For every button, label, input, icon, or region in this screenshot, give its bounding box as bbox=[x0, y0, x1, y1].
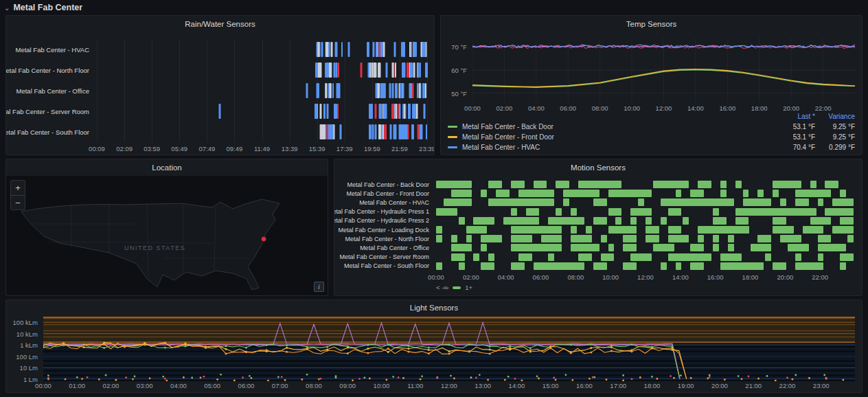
motion-row-track[interactable] bbox=[436, 253, 855, 262]
motion-block bbox=[780, 235, 801, 242]
rain-mark bbox=[411, 42, 412, 57]
motion-block bbox=[436, 181, 472, 188]
rain-row-track[interactable] bbox=[97, 60, 427, 80]
rain-mark bbox=[413, 104, 416, 119]
motion-plot-area[interactable] bbox=[436, 180, 855, 271]
light-x-tick-label: 15:00 bbox=[542, 382, 559, 389]
rain-mark bbox=[334, 42, 336, 57]
temp-legend-row[interactable]: Metal Fab Center - Back Door53.1 °F9.25 … bbox=[448, 122, 855, 132]
motion-row-track[interactable] bbox=[436, 198, 855, 207]
rain-mark bbox=[404, 63, 406, 78]
rain-x-tick-label: 05:49 bbox=[171, 145, 187, 152]
motion-row-track[interactable] bbox=[436, 243, 855, 252]
rain-plot-area[interactable] bbox=[97, 39, 427, 142]
motion-block bbox=[511, 181, 525, 188]
light-plot-area[interactable] bbox=[43, 317, 855, 381]
motion-block bbox=[466, 235, 472, 242]
chevron-down-icon[interactable]: ⌄ bbox=[4, 4, 10, 12]
motion-block bbox=[646, 217, 652, 225]
motion-block bbox=[825, 208, 854, 216]
motion-row-label: Metal Fab Center - Office bbox=[334, 243, 433, 252]
motion-row-label: Metal Fab Center - North Floor bbox=[334, 234, 433, 243]
motion-row-track[interactable] bbox=[436, 189, 855, 198]
dashboard-row-title[interactable]: Metal Fab Center bbox=[13, 3, 82, 12]
temp-legend-swatch bbox=[448, 126, 457, 128]
motion-row-track[interactable] bbox=[436, 234, 855, 243]
rain-mark bbox=[395, 63, 396, 78]
rain-mark bbox=[333, 63, 335, 78]
temp-legend-sort-variance[interactable]: Variance bbox=[815, 113, 855, 120]
temp-plot-area[interactable] bbox=[472, 38, 855, 102]
rain-panel-title[interactable]: Rain/Water Sensors bbox=[6, 16, 434, 32]
temp-panel-title[interactable]: Temp Sensors bbox=[441, 16, 862, 32]
rain-x-tick-label: 07:49 bbox=[198, 145, 215, 152]
map-zoom-out-button[interactable]: − bbox=[11, 195, 25, 209]
rain-mark bbox=[323, 124, 326, 139]
motion-legend-min-label[interactable]: < -∞ bbox=[436, 284, 448, 291]
rain-mark bbox=[401, 42, 402, 57]
rain-row-track[interactable] bbox=[97, 101, 427, 122]
map-attribution-button[interactable]: i bbox=[314, 282, 324, 292]
motion-block bbox=[541, 235, 562, 242]
motion-x-tick-label: 10:00 bbox=[602, 273, 619, 281]
motion-x-tick-label: 02:00 bbox=[463, 273, 479, 281]
map-location-marker[interactable] bbox=[261, 236, 266, 242]
motion-row-track[interactable] bbox=[436, 225, 855, 234]
temp-legend-swatch bbox=[448, 146, 457, 148]
motion-block bbox=[653, 244, 674, 251]
temp-legend-row[interactable]: Metal Fab Center - Front Door53.1 °F9.25… bbox=[448, 132, 855, 142]
map-zoom-in-button[interactable]: + bbox=[11, 181, 25, 195]
location-panel-title[interactable]: Location bbox=[6, 159, 328, 176]
temp-legend-swatch bbox=[448, 136, 457, 138]
light-x-tick-label: 04:00 bbox=[170, 382, 187, 389]
motion-block bbox=[593, 262, 607, 270]
motion-block bbox=[757, 190, 764, 197]
geomap[interactable]: + − UNITED STATES i bbox=[6, 176, 328, 295]
motion-x-tick-label: 14:00 bbox=[672, 273, 689, 281]
motion-x-tick-label: 08:00 bbox=[567, 273, 584, 281]
motion-block bbox=[571, 235, 592, 242]
dashboard-row-header[interactable]: ⌄ Metal Fab Center bbox=[4, 1, 82, 14]
motion-block bbox=[728, 244, 734, 251]
motion-row-track[interactable] bbox=[436, 262, 855, 271]
motion-block bbox=[593, 217, 607, 225]
rain-mark bbox=[393, 42, 396, 57]
rain-mark bbox=[306, 83, 308, 98]
motion-block bbox=[720, 253, 742, 261]
motion-block bbox=[840, 217, 854, 225]
rain-row-label: Metal Fab Center - South Floor bbox=[6, 122, 93, 142]
motion-block bbox=[773, 226, 794, 234]
temp-legend-row[interactable]: Metal Fab Center - HVAC70.4 °F0.299 °F bbox=[448, 142, 855, 152]
rain-x-tick-label: 13:39 bbox=[282, 145, 298, 152]
rain-mark bbox=[325, 63, 326, 78]
motion-block bbox=[578, 253, 592, 261]
motion-row-track[interactable] bbox=[436, 216, 855, 225]
motion-legend-max-label[interactable]: 1+ bbox=[465, 284, 472, 291]
rain-mark bbox=[347, 42, 350, 57]
temp-legend-sort-last[interactable]: Last * bbox=[764, 113, 815, 120]
rain-mark bbox=[402, 42, 405, 57]
motion-block bbox=[511, 262, 525, 270]
motion-x-tick-label: 22:00 bbox=[812, 273, 828, 281]
rain-mark bbox=[412, 83, 414, 98]
rain-mark bbox=[424, 104, 426, 119]
motion-row-track[interactable] bbox=[436, 207, 855, 216]
rain-mark bbox=[377, 83, 380, 98]
light-panel-title[interactable]: Light Sensors bbox=[6, 300, 862, 315]
motion-panel-title[interactable]: Motion Sensors bbox=[334, 159, 862, 176]
rain-row-track[interactable] bbox=[97, 80, 427, 101]
panel-temp-sensors: Temp Sensors 50 °F60 °F70 °F 00:0002:000… bbox=[440, 15, 863, 155]
motion-block bbox=[735, 217, 749, 225]
motion-block bbox=[713, 217, 727, 225]
rain-mark bbox=[374, 124, 376, 139]
rain-row-track[interactable] bbox=[97, 122, 427, 142]
motion-row-track[interactable] bbox=[436, 180, 855, 189]
motion-block bbox=[832, 198, 854, 206]
motion-block bbox=[623, 262, 637, 270]
temp-legend-last-value: 53.1 °F bbox=[764, 123, 815, 131]
rain-row-track[interactable] bbox=[97, 39, 427, 60]
rain-row-labels: Metal Fab Center - HVACMetal Fab Center … bbox=[6, 39, 93, 142]
rain-row-label: Metal Fab Center - HVAC bbox=[6, 39, 93, 60]
motion-block bbox=[623, 235, 637, 242]
motion-block bbox=[563, 198, 569, 206]
